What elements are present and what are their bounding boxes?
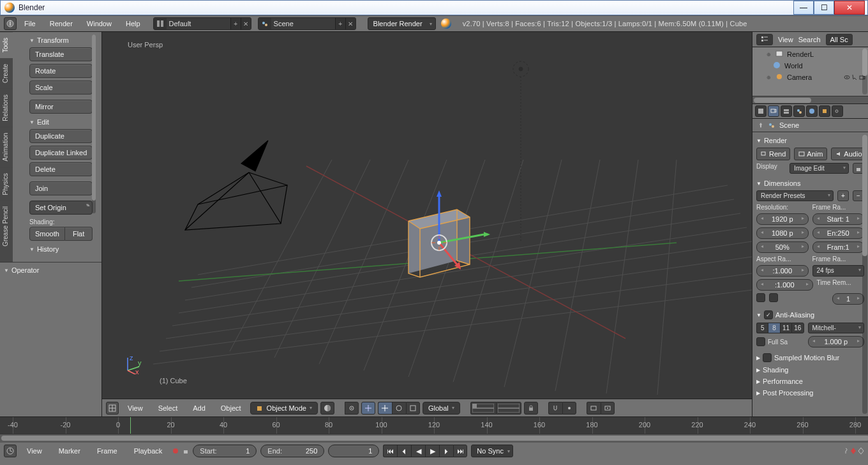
duplicate-button[interactable]: Duplicate: [29, 129, 93, 143]
outliner-tree[interactable]: ⊕ RenderL World ⊕ Camera: [752, 47, 868, 96]
layout-remove-button[interactable]: ✕: [241, 18, 251, 29]
render-preview-button[interactable]: [587, 402, 601, 415]
shade-flat-button[interactable]: Flat: [65, 227, 93, 241]
aa-5-button[interactable]: 5: [756, 323, 768, 333]
time-remap-old-field[interactable]: ◂1▸: [832, 293, 864, 305]
editor-type-timeline-icon[interactable]: [4, 445, 17, 457]
sync-mode-select[interactable]: No Sync▾: [471, 445, 513, 457]
toolshelf-tab-physics[interactable]: Physics: [0, 167, 13, 201]
toolshelf-tab-relations[interactable]: Relations: [0, 89, 13, 127]
current-frame-field[interactable]: 1: [328, 445, 379, 457]
rotate-button[interactable]: Rotate: [29, 64, 93, 78]
aa-16-button[interactable]: 16: [791, 323, 804, 333]
performance-panel-header[interactable]: ▶Performance: [756, 376, 864, 387]
aa-filter-select[interactable]: Mitchell-: [808, 323, 865, 333]
scale-button[interactable]: Scale: [29, 80, 93, 95]
outliner-scrollbar[interactable]: [862, 49, 867, 95]
render-audio-button[interactable]: Audio: [831, 148, 866, 160]
3dview-menu-view[interactable]: View: [121, 404, 149, 412]
jump-to-end-button[interactable]: ⏭: [453, 445, 467, 457]
viewport-shading-select[interactable]: [320, 402, 334, 415]
eye-icon[interactable]: [844, 74, 850, 80]
3dview-menu-object[interactable]: Object: [214, 404, 248, 412]
aa-11-button[interactable]: 11: [780, 323, 791, 333]
outliner-row-camera[interactable]: ⊕ Camera: [755, 72, 865, 83]
info-menu-render[interactable]: Render: [43, 20, 79, 27]
manip-rotate-button[interactable]: [392, 402, 406, 415]
render-animation-button[interactable]: Anim: [794, 148, 827, 160]
mirror-button[interactable]: Mirror: [29, 100, 93, 114]
render-presets-select[interactable]: Render Presets: [756, 190, 834, 201]
play-button[interactable]: ▶: [425, 445, 439, 457]
pivot-select[interactable]: [345, 402, 359, 415]
crop-checkbox[interactable]: [769, 293, 778, 302]
toolshelf-tab-create[interactable]: Create: [0, 58, 13, 89]
manip-scale-button[interactable]: [406, 402, 420, 415]
motion-blur-checkbox[interactable]: [763, 353, 772, 362]
operator-panel-header[interactable]: ▼Operator: [0, 263, 101, 278]
render-button[interactable]: Rend: [756, 148, 790, 160]
tab-scene[interactable]: [793, 105, 805, 117]
edit-panel-header[interactable]: ▼Edit: [29, 116, 93, 129]
info-menu-window[interactable]: Window: [80, 20, 118, 27]
timeline-menu-frame[interactable]: Frame: [91, 447, 124, 455]
frame-start-field[interactable]: ◂Start: 1▸: [812, 213, 865, 225]
snap-element-select[interactable]: [562, 402, 576, 415]
aspect-y-field[interactable]: ◂:1.000▸: [756, 279, 813, 291]
dimensions-panel-header[interactable]: ▼Dimensions: [756, 178, 864, 189]
3dview-menu-select[interactable]: Select: [152, 404, 184, 412]
fps-select[interactable]: 24 fps: [812, 265, 865, 277]
display-mode-select[interactable]: Image Edit: [789, 163, 849, 174]
outliner-row-renderlayers[interactable]: ⊕ RenderL: [755, 49, 865, 60]
window-maximize-button[interactable]: ☐: [814, 1, 834, 15]
screen-layout-field[interactable]: + ✕: [153, 17, 251, 30]
keyframe-insert-button[interactable]: [850, 448, 857, 454]
scene-add-button[interactable]: +: [335, 18, 345, 29]
manipulator-toggle[interactable]: [361, 402, 375, 415]
timeline-cursor[interactable]: [130, 417, 131, 434]
frame-end-field[interactable]: ◂En:250▸: [812, 227, 865, 239]
keying-set-button[interactable]: [842, 448, 849, 454]
history-panel-header[interactable]: ▼History: [29, 243, 93, 256]
timeline-ruler[interactable]: -40-200204060801001201401601802002202402…: [0, 417, 868, 434]
set-origin-select[interactable]: Set Origin: [29, 201, 93, 215]
tab-object[interactable]: [819, 105, 830, 117]
shading-panel-header[interactable]: ▶Shading: [756, 364, 864, 376]
render-anim-preview-button[interactable]: [601, 402, 615, 415]
toolshelf-scrollbar[interactable]: [92, 34, 96, 213]
shade-smooth-button[interactable]: Smooth: [29, 227, 65, 241]
mode-select[interactable]: Object Mode▾: [250, 402, 318, 415]
start-frame-field[interactable]: Start:1: [193, 445, 257, 457]
resolution-y-field[interactable]: ◂1080 p▸: [756, 227, 809, 239]
outliner-row-world[interactable]: World: [755, 60, 865, 72]
play-reverse-button[interactable]: ◀: [411, 445, 425, 457]
manip-translate-button[interactable]: [378, 402, 392, 415]
editor-type-properties-icon[interactable]: [755, 105, 767, 117]
toolshelf-tab-grease-pencil[interactable]: Grease Pencil: [0, 201, 13, 252]
screen-layout-input[interactable]: [167, 18, 230, 29]
orientation-select[interactable]: Global▾: [423, 402, 460, 415]
post-processing-panel-header[interactable]: ▶Post Processing: [756, 387, 864, 399]
toolshelf-tab-tools[interactable]: Tools: [0, 32, 13, 58]
aa-pixel-size-field[interactable]: ◂1.000 p▸: [808, 336, 865, 347]
antialiasing-panel-header[interactable]: ▼✓Anti-Aliasing: [756, 309, 864, 321]
lock-camera-button[interactable]: [524, 402, 538, 415]
tab-render[interactable]: [768, 105, 779, 117]
tab-world[interactable]: [806, 105, 818, 117]
auto-keyframe-button[interactable]: [172, 448, 179, 454]
frame-step-field[interactable]: ◂Fram:1▸: [812, 241, 865, 253]
antialiasing-checkbox[interactable]: ✓: [764, 310, 773, 319]
cursor-icon[interactable]: [851, 74, 858, 80]
transform-panel-header[interactable]: ▼Transform: [29, 34, 93, 47]
layer-buttons[interactable]: [470, 402, 521, 415]
keyframe-prev-button[interactable]: ⏴: [397, 445, 411, 457]
aa-8-button[interactable]: 8: [768, 323, 779, 333]
outliner-menu-view[interactable]: View: [778, 36, 793, 43]
end-frame-field[interactable]: End:250: [260, 445, 324, 457]
timeline-hscrollbar[interactable]: [0, 434, 868, 443]
resolution-x-field[interactable]: ◂1920 p▸: [756, 213, 809, 225]
keyframe-delete-button[interactable]: [858, 448, 864, 454]
delete-button[interactable]: Delete: [29, 162, 93, 176]
scene-field[interactable]: + ✕: [258, 17, 356, 30]
render-panel-header[interactable]: ▼Render: [756, 135, 864, 146]
